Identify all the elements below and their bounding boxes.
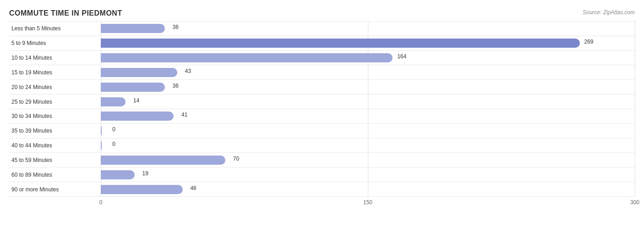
bar-wrapper: 36 [101, 80, 635, 94]
bar-row: Less than 5 Minutes36 [9, 21, 635, 36]
bar: 70 [101, 156, 225, 165]
x-label-0: 0 [99, 199, 103, 206]
bar-value: 46 [190, 185, 196, 191]
bar: 269 [101, 39, 580, 48]
bar-row: 45 to 59 Minutes70 [9, 153, 635, 167]
bar-wrapper: 41 [101, 109, 635, 123]
bar-row: 15 to 19 Minutes43 [9, 65, 635, 80]
bar-label: 5 to 9 Minutes [9, 40, 101, 46]
bar: 0 [101, 126, 102, 135]
bar-wrapper: 164 [101, 51, 635, 65]
chart-source: Source: ZipAtlas.com [583, 9, 635, 16]
bar-label: 45 to 59 Minutes [9, 157, 101, 163]
chart-title: COMMUTE TIME IN PIEDMONT [9, 9, 635, 17]
bar-value: 36 [173, 83, 179, 89]
bar-label: 15 to 19 Minutes [9, 69, 101, 76]
bar-row: 90 or more Minutes46 [9, 182, 635, 197]
bar-value: 0 [112, 126, 115, 133]
bar: 41 [101, 112, 174, 121]
bar-value: 164 [397, 53, 406, 60]
chart-area: Less than 5 Minutes365 to 9 Minutes26910… [9, 21, 635, 211]
bar-value: 14 [133, 97, 139, 104]
bar-wrapper: 0 [101, 124, 635, 138]
grid-line-300 [635, 21, 635, 197]
bar: 46 [101, 185, 183, 194]
bar-wrapper: 14 [101, 95, 635, 109]
bar: 36 [101, 24, 165, 33]
bar-label: 25 to 29 Minutes [9, 99, 101, 105]
bar-label: 60 to 89 Minutes [9, 172, 101, 178]
bar-label: Less than 5 Minutes [9, 25, 101, 32]
bar-label: 40 to 44 Minutes [9, 142, 101, 149]
x-label-300: 300 [630, 199, 639, 206]
bar: 14 [101, 97, 126, 106]
bars-section: Less than 5 Minutes365 to 9 Minutes26910… [9, 21, 635, 197]
bar-value: 19 [142, 170, 148, 177]
bar-wrapper: 70 [101, 153, 635, 167]
bar-value: 70 [233, 156, 239, 162]
bar-wrapper: 43 [101, 65, 635, 79]
bar-row: 20 to 24 Minutes36 [9, 80, 635, 95]
x-label-150: 150 [363, 199, 372, 206]
bar-row: 10 to 14 Minutes164 [9, 51, 635, 66]
bar-label: 35 to 39 Minutes [9, 128, 101, 134]
bar-row: 30 to 34 Minutes41 [9, 109, 635, 124]
bar-value: 269 [584, 39, 593, 45]
bar-label: 10 to 14 Minutes [9, 55, 101, 61]
chart-container: COMMUTE TIME IN PIEDMONT Source: ZipAtla… [0, 0, 644, 240]
x-axis: 0 150 300 [101, 197, 635, 211]
bar: 43 [101, 68, 177, 77]
bar-label: 20 to 24 Minutes [9, 84, 101, 90]
bar: 164 [101, 53, 393, 62]
bar-value: 36 [173, 24, 179, 30]
bar-value: 0 [112, 141, 115, 147]
bar-row: 35 to 39 Minutes0 [9, 124, 635, 139]
bar-wrapper: 19 [101, 167, 635, 182]
bar-label: 30 to 34 Minutes [9, 113, 101, 119]
bar-wrapper: 46 [101, 182, 635, 196]
bar-row: 25 to 29 Minutes14 [9, 95, 635, 109]
bar-row: 40 to 44 Minutes0 [9, 139, 635, 153]
bar-wrapper: 269 [101, 36, 635, 50]
bar: 0 [101, 141, 102, 150]
bar-value: 41 [181, 112, 187, 118]
bar: 19 [101, 170, 135, 179]
bar-row: 60 to 89 Minutes19 [9, 167, 635, 182]
bar-value: 43 [185, 68, 191, 74]
bar-label: 90 or more Minutes [9, 186, 101, 193]
bar-wrapper: 0 [101, 139, 635, 153]
bar-wrapper: 36 [101, 22, 635, 36]
bar-row: 5 to 9 Minutes269 [9, 36, 635, 51]
bar: 36 [101, 83, 165, 92]
